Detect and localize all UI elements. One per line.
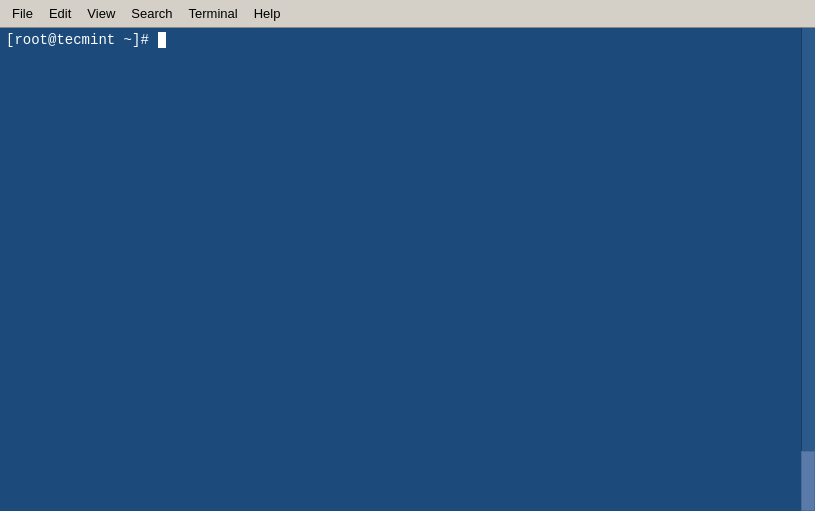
scrollbar-thumb[interactable] bbox=[801, 451, 815, 511]
scrollbar[interactable] bbox=[801, 28, 815, 511]
terminal-prompt-line: [root@tecmint ~]# bbox=[6, 32, 809, 48]
menu-item-help[interactable]: Help bbox=[246, 4, 289, 23]
menu-item-file[interactable]: File bbox=[4, 4, 41, 23]
terminal-cursor bbox=[158, 32, 166, 48]
menu-item-search[interactable]: Search bbox=[123, 4, 180, 23]
terminal-prompt: [root@tecmint ~]# bbox=[6, 32, 157, 48]
menu-item-terminal[interactable]: Terminal bbox=[181, 4, 246, 23]
menu-item-edit[interactable]: Edit bbox=[41, 4, 79, 23]
menu-bar: File Edit View Search Terminal Help bbox=[0, 0, 815, 28]
terminal-area[interactable]: [root@tecmint ~]# bbox=[0, 28, 815, 511]
menu-item-view[interactable]: View bbox=[79, 4, 123, 23]
